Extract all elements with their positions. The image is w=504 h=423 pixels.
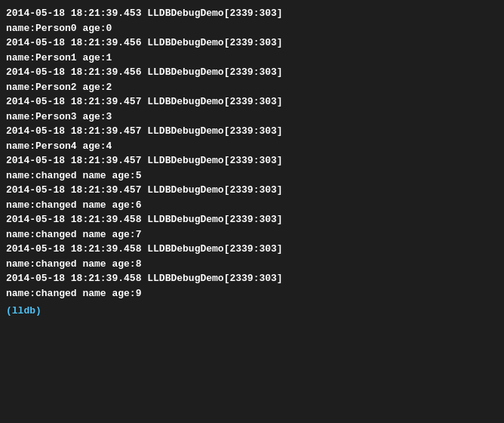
data-9: name:changed name age:9 (6, 286, 498, 301)
timestamp-9: 2014-05-18 18:21:39.458 LLDBDebugDemo[23… (6, 271, 498, 286)
timestamp-1: 2014-05-18 18:21:39.456 LLDBDebugDemo[23… (6, 36, 498, 51)
data-6: name:changed name age:6 (6, 198, 498, 213)
timestamp-4: 2014-05-18 18:21:39.457 LLDBDebugDemo[23… (6, 124, 498, 139)
log-entry-5: 2014-05-18 18:21:39.457 LLDBDebugDemo[23… (6, 153, 498, 183)
lldb-prompt-label: (lldb) (6, 305, 41, 316)
data-3: name:Person3 age:3 (6, 110, 498, 125)
log-entry-8: 2014-05-18 18:21:39.458 LLDBDebugDemo[23… (6, 242, 498, 271)
timestamp-3: 2014-05-18 18:21:39.457 LLDBDebugDemo[23… (6, 94, 498, 110)
data-5: name:changed name age:5 (6, 168, 498, 184)
timestamp-8: 2014-05-18 18:21:39.458 LLDBDebugDemo[23… (6, 242, 498, 257)
log-entry-0: 2014-05-18 18:21:39.453 LLDBDebugDemo[23… (6, 6, 498, 36)
terminal-output: 2014-05-18 18:21:39.453 LLDBDebugDemo[23… (6, 6, 498, 319)
data-4: name:Person4 age:4 (6, 139, 498, 154)
log-entry-7: 2014-05-18 18:21:39.458 LLDBDebugDemo[23… (6, 212, 498, 242)
log-entry-2: 2014-05-18 18:21:39.456 LLDBDebugDemo[23… (6, 65, 498, 94)
log-entry-4: 2014-05-18 18:21:39.457 LLDBDebugDemo[23… (6, 124, 498, 153)
timestamp-2: 2014-05-18 18:21:39.456 LLDBDebugDemo[23… (6, 65, 498, 80)
cursor-blink (48, 305, 54, 316)
log-entry-6: 2014-05-18 18:21:39.457 LLDBDebugDemo[23… (6, 183, 498, 212)
timestamp-7: 2014-05-18 18:21:39.458 LLDBDebugDemo[23… (6, 212, 498, 227)
data-1: name:Person1 age:1 (6, 51, 498, 66)
lldb-prompt-line[interactable]: (lldb) (6, 304, 498, 319)
timestamp-6: 2014-05-18 18:21:39.457 LLDBDebugDemo[23… (6, 183, 498, 198)
timestamp-0: 2014-05-18 18:21:39.453 LLDBDebugDemo[23… (6, 6, 498, 21)
log-entry-3: 2014-05-18 18:21:39.457 LLDBDebugDemo[23… (6, 94, 498, 124)
data-0: name:Person0 age:0 (6, 21, 498, 36)
log-entry-1: 2014-05-18 18:21:39.456 LLDBDebugDemo[23… (6, 36, 498, 65)
data-2: name:Person2 age:2 (6, 80, 498, 95)
log-entry-9: 2014-05-18 18:21:39.458 LLDBDebugDemo[23… (6, 271, 498, 301)
data-7: name:changed name age:7 (6, 227, 498, 242)
timestamp-5: 2014-05-18 18:21:39.457 LLDBDebugDemo[23… (6, 153, 498, 168)
data-8: name:changed name age:8 (6, 257, 498, 272)
